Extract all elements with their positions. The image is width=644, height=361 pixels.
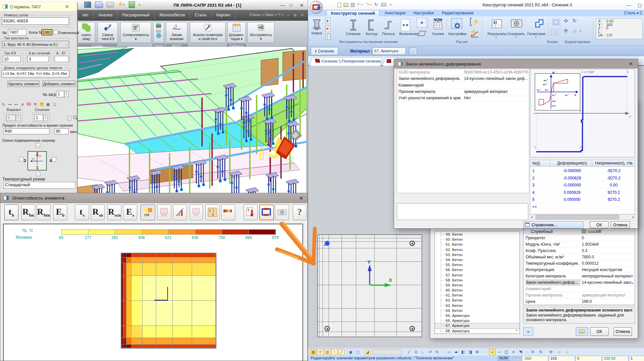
inclusion-tool-icon[interactable] <box>399 18 412 33</box>
lamp-off-icon[interactable]: ○ <box>482 349 488 355</box>
material-prop-row[interactable]: Служебныйccccbfff▼ <box>524 229 635 235</box>
block-explode-icon[interactable] <box>550 28 560 38</box>
tm-mosaic-button[interactable]: t/M <box>141 205 155 220</box>
material-item[interactable]: 52. Бетон <box>435 247 520 252</box>
law-table-hscroll[interactable]: ◂ ▸ <box>530 214 635 220</box>
sections-count-input[interactable] <box>27 56 49 62</box>
magnifier-icon[interactable] <box>73 115 78 122</box>
angle-view-icon[interactable]: ◫ <box>503 349 510 355</box>
redo-icon[interactable]: ↷ <box>366 2 369 7</box>
ribbon-tab[interactable]: Конструктор сечений <box>327 10 379 16</box>
material-item[interactable]: 63. Бетон <box>435 303 520 308</box>
materials-cancel-button[interactable]: Отмена <box>614 327 632 336</box>
ribbon-tab[interactable]: Редактирование <box>438 10 478 16</box>
ribbon-button-change-fe-type[interactable]: T Сменатипа КЭ <box>98 22 118 43</box>
new-file-icon[interactable] <box>338 3 341 7</box>
report-button[interactable]: T <box>244 205 258 220</box>
material-item[interactable]: 53. Бетон <box>435 252 520 257</box>
refresh-icon[interactable]: ↻ <box>374 2 378 7</box>
new-from-template-icon[interactable] <box>324 17 332 26</box>
contour-tool-icon[interactable] <box>366 18 376 33</box>
law-comment-box[interactable] <box>397 203 528 220</box>
material-item[interactable]: 58. Бетон <box>435 278 520 283</box>
fire-param-button[interactable]: Rbn <box>21 205 35 220</box>
building-icon[interactable] <box>129 1 135 8</box>
law-prop-row[interactable]: Признак материалаармирующий материал <box>397 89 529 95</box>
law-table-row[interactable]: 1-0.050000-9270.2 <box>530 167 635 174</box>
material-combo[interactable]: 67. Арматура <box>372 47 406 55</box>
material-browse-button[interactable]: ... <box>409 47 417 55</box>
redo-dropdown-icon[interactable]: ▾ <box>370 4 372 6</box>
rebar-point[interactable] <box>409 326 415 331</box>
sd-minimize-icon[interactable]: — <box>627 3 631 8</box>
material-prop-row[interactable]: Закон нелинейного дефор...14-кусочно-лин… <box>524 279 635 286</box>
calc-forces-icon[interactable]: ⚡ <box>469 17 479 27</box>
section-toggle-button[interactable]: IСечение <box>311 47 338 55</box>
face-bottom-checkbox[interactable]: ✓ <box>36 172 40 176</box>
results-dropdown-icon[interactable]: ▾ <box>495 36 497 38</box>
prop-list-view-button[interactable]: ≡ <box>523 327 533 336</box>
material-item[interactable]: 55. Бетон <box>435 262 520 267</box>
material-prop-row[interactable]: Коэф. Пуассона0.3▼ <box>524 248 635 254</box>
section-tool-icon[interactable] <box>348 18 359 33</box>
lightning-icon[interactable]: ⚡ <box>117 1 124 7</box>
snap-node-icon[interactable]: ⁘ <box>331 349 338 355</box>
materials-tree[interactable]: 49. Бетон50. Бетон51. Бетон52. Бетон53. … <box>435 231 520 334</box>
xy-plot-button[interactable]: X/Y <box>157 205 171 220</box>
rebar-point-selected[interactable] <box>325 241 330 246</box>
stiffness-combo[interactable]: 1. Брус 40 X 40 (Колонны ж.б.)˅ <box>2 41 69 48</box>
mirror-h-icon[interactable]: ⊿ <box>556 349 562 355</box>
law-table[interactable]: №(j) Деформация(εi) Напряжение(σi), т/м … <box>530 160 635 214</box>
sd-maximize-icon[interactable]: ▢ <box>638 3 642 8</box>
material-item[interactable]: 56. Бетон <box>435 267 520 272</box>
model-viewport[interactable] <box>78 47 307 193</box>
rebar-point[interactable] <box>409 241 415 246</box>
plane-icon[interactable]: ◪ <box>364 349 371 355</box>
undo-icon[interactable]: ↶ <box>357 2 361 7</box>
draw-line-icon[interactable]: ╱ <box>406 349 412 355</box>
forces-button[interactable]: NQM <box>431 18 445 31</box>
delete-element-button[interactable]: Удалить элемент <box>7 81 39 87</box>
grid-inclusion-icon[interactable] <box>416 17 428 30</box>
material-prop-row[interactable]: ИнтерпретацияНесущий конструктив▼ <box>524 267 635 273</box>
layers-icon[interactable]: ≡ <box>510 349 517 355</box>
fire-param-button[interactable]: Es <box>123 205 137 220</box>
colorbar-button[interactable] <box>221 205 235 220</box>
screen-lock-icon[interactable]: ▣ <box>348 349 354 355</box>
move-point-icon[interactable]: ✣ <box>548 349 554 355</box>
fire-param-button[interactable]: Eb <box>53 205 67 220</box>
ribbon-button-influence-lines[interactable]: ↓1 Линиивлияния <box>166 22 187 43</box>
open-folder-icon[interactable] <box>344 3 348 7</box>
window-controls[interactable]: ─ ⧉ ✕ <box>287 13 305 17</box>
save-icon[interactable] <box>351 3 355 7</box>
snap-line-icon[interactable]: ▨ <box>324 349 331 355</box>
snap-point-icon[interactable]: ✛ <box>317 349 324 355</box>
c1-icon[interactable]: C1 <box>26 102 32 108</box>
fire-window-close-icon[interactable]: ✕ <box>299 195 303 201</box>
law-table-row[interactable]: 50.0500009270.2 <box>530 196 635 203</box>
material-prop-row[interactable]: Цена199.0▼ <box>524 298 635 305</box>
load-number-input[interactable]: 1 <box>56 91 64 97</box>
quickbar-options-icon[interactable]: ▾ <box>390 3 391 6</box>
snap-angle-icon[interactable]: ╱ <box>338 349 345 355</box>
material-prop-row[interactable]: Модуль Юнга, т/м²1.5024e9▼ <box>524 241 635 248</box>
lamp-on-icon[interactable]: ● <box>489 349 495 355</box>
material-prop-row[interactable]: Признак материалаармирующий материал▼ <box>524 292 635 298</box>
ribbon-tab[interactable]: Настройки <box>409 10 438 16</box>
diagram-button[interactable] <box>173 205 187 220</box>
num-indicator[interactable]: NUM <box>497 356 510 361</box>
material-item[interactable]: 54. Бетон <box>435 257 520 262</box>
model-cube-icon[interactable] <box>84 2 91 8</box>
mirror-v-icon[interactable]: ⊿ <box>564 349 570 355</box>
reference-button[interactable]: Справочник... <box>523 221 583 228</box>
material-item[interactable]: 66. Арматура <box>435 318 520 323</box>
fire-grade-input[interactable] <box>3 128 50 134</box>
rebar-point[interactable] <box>325 326 330 331</box>
law-prop-row[interactable]: Учёт разности напряжений в арм...Нет <box>397 95 529 101</box>
material-prop-row[interactable]: Объёмный вес, кг/м³7850.0▼ <box>524 254 635 260</box>
law-table-row[interactable]: 2-0.000629-9270.2 <box>530 174 635 182</box>
law-prop-row[interactable]: GUID материала5b887869-ec13-45b3-a246-8d… <box>397 69 529 76</box>
maximize-icon[interactable]: □ <box>290 3 292 8</box>
lamp-small-icon[interactable]: ● <box>496 349 502 355</box>
fire-param-button[interactable]: tb <box>4 205 18 220</box>
